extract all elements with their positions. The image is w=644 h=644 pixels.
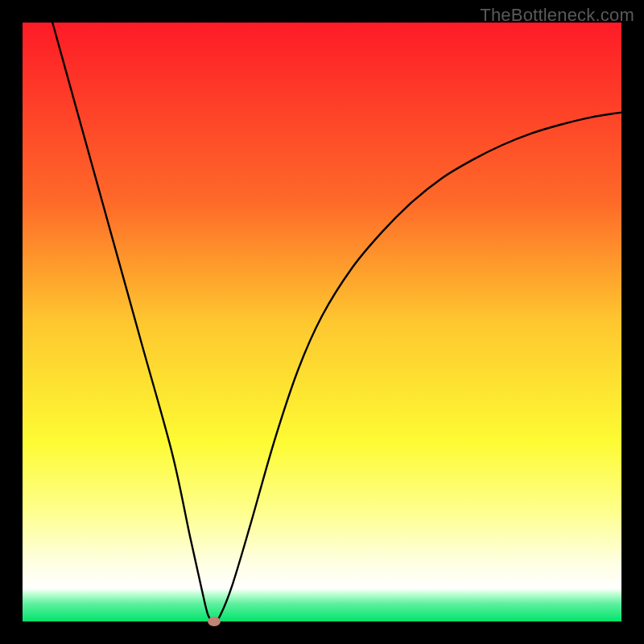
chart-gradient-background: [23, 23, 621, 621]
minimum-marker: [208, 617, 221, 626]
watermark-text: TheBottleneck.com: [480, 5, 634, 26]
chart-frame: [23, 23, 621, 621]
svg-rect-0: [23, 23, 621, 621]
